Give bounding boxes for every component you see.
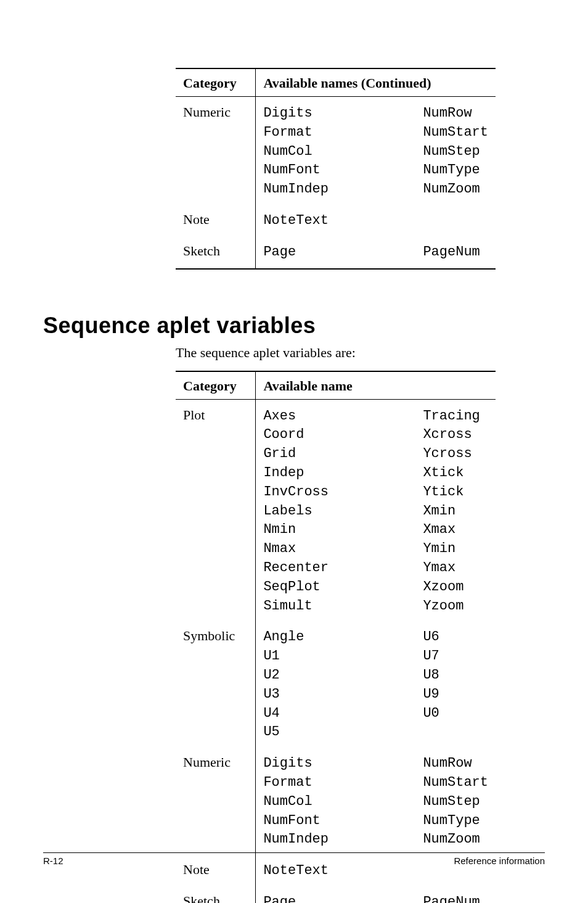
val-cell: Page [256, 236, 416, 269]
var-name: Xtick [423, 464, 488, 483]
var-name: NumType [423, 812, 488, 831]
var-name: NumStep [423, 793, 488, 812]
var-name: Format [263, 123, 408, 142]
var-name: Page [263, 243, 408, 262]
val-cell: Tracing Xcross Ycross Xtick Ytick Xmin X… [415, 399, 496, 621]
var-name: U9 [423, 685, 488, 704]
table-row: Plot Axes Coord Grid Indep InvCross Labe… [176, 399, 496, 621]
sequence-table: Category Available name Plot Axes Coord … [176, 371, 496, 903]
sequence-block: The sequence aplet variables are: Catego… [176, 345, 496, 903]
var-name: NumIndep [263, 830, 408, 849]
var-name: Ycross [423, 445, 488, 464]
var-name: Ymin [423, 540, 488, 559]
var-name: NoteText [263, 212, 408, 231]
var-name: Recenter [263, 559, 408, 578]
val-cell: Axes Coord Grid Indep InvCross Labels Nm… [256, 399, 416, 621]
th-category: Category [176, 371, 256, 400]
val-cell: NumRow NumStart NumStep NumType NumZoom [415, 747, 496, 854]
var-name: Xcross [423, 426, 488, 445]
th-names: Available names (Continued) [256, 68, 496, 97]
cat-cell: Numeric [176, 97, 256, 204]
page-footer: R-12 Reference information [43, 852, 545, 866]
val-cell: Digits Format NumCol NumFont NumIndep [256, 97, 416, 204]
var-name: SeqPlot [263, 578, 408, 597]
var-name: Ytick [423, 483, 488, 502]
val-cell [415, 204, 496, 236]
var-name: U1 [263, 647, 408, 666]
val-cell: NumRow NumStart NumStep NumType NumZoom [415, 97, 496, 204]
var-name: Xzoom [423, 578, 488, 597]
th-category: Category [176, 68, 256, 97]
var-name: Indep [263, 464, 408, 483]
var-name: Axes [263, 407, 408, 426]
var-name: U3 [263, 685, 408, 704]
continued-table: Category Available names (Continued) Num… [176, 68, 496, 270]
table-header-row: Category Available name [176, 371, 496, 400]
footer-section-title: Reference information [454, 856, 545, 866]
var-name: Xmin [423, 502, 488, 521]
cat-cell: Plot [176, 399, 256, 621]
var-name: NumFont [263, 161, 408, 180]
th-names: Available name [256, 371, 496, 400]
var-name: NumZoom [423, 180, 488, 199]
val-cell: Page [256, 886, 416, 903]
var-name: Xmax [423, 521, 488, 540]
var-name: NumZoom [423, 830, 488, 849]
table-row: Symbolic Angle U1 U2 U3 U4 U5 U6 U7 U8 U… [176, 621, 496, 747]
var-name: PageNum [423, 243, 488, 262]
continued-table-block: Category Available names (Continued) Num… [176, 68, 496, 270]
table-header-row: Category Available names (Continued) [176, 68, 496, 97]
var-name: NumRow [423, 754, 488, 773]
var-name: Digits [263, 754, 408, 773]
var-name: U6 [423, 628, 488, 647]
val-cell: Digits Format NumCol NumFont NumIndep [256, 747, 416, 854]
var-name: NumCol [263, 793, 408, 812]
var-name: Yzoom [423, 597, 488, 616]
footer-page-number: R-12 [43, 856, 63, 866]
var-name: NumCol [263, 142, 408, 162]
var-name: Tracing [423, 407, 488, 426]
table-row: Sketch Page PageNum [176, 236, 496, 269]
cat-cell: Numeric [176, 747, 256, 854]
table-row: Numeric Digits Format NumCol NumFont Num… [176, 97, 496, 204]
var-name: Digits [263, 104, 408, 123]
var-name: Coord [263, 426, 408, 445]
var-name: U5 [263, 723, 408, 742]
var-name: NumIndep [263, 180, 408, 199]
val-cell: U6 U7 U8 U9 U0 [415, 621, 496, 747]
var-name: InvCross [263, 483, 408, 502]
section-heading: Sequence aplet variables [43, 313, 545, 339]
var-name: NumStart [423, 773, 488, 793]
var-name: PageNum [423, 893, 488, 903]
var-name: U4 [263, 704, 408, 724]
var-name: NumFont [263, 812, 408, 831]
table-row: Note NoteText [176, 204, 496, 236]
var-name: Grid [263, 445, 408, 464]
var-name: U0 [423, 704, 488, 724]
cat-cell: Note [176, 204, 256, 236]
var-name: Ymax [423, 559, 488, 578]
cat-cell: Sketch [176, 236, 256, 269]
var-name: Format [263, 773, 408, 793]
var-name: Nmax [263, 540, 408, 559]
var-name: Labels [263, 502, 408, 521]
val-cell: NoteText [256, 204, 416, 236]
cat-cell: Sketch [176, 886, 256, 903]
var-name: U8 [423, 666, 488, 685]
table-row: Sketch Page PageNum [176, 886, 496, 903]
val-cell: Angle U1 U2 U3 U4 U5 [256, 621, 416, 747]
var-name: Angle [263, 628, 408, 647]
val-cell: PageNum [415, 236, 496, 269]
var-name: Simult [263, 597, 408, 616]
var-name: NumRow [423, 104, 488, 123]
var-name: Nmin [263, 521, 408, 540]
intro-text: The sequence aplet variables are: [176, 345, 496, 361]
var-name: Page [263, 893, 408, 903]
cat-cell: Symbolic [176, 621, 256, 747]
table-row: Numeric Digits Format NumCol NumFont Num… [176, 747, 496, 854]
val-cell: PageNum [415, 886, 496, 903]
var-name: NumStep [423, 142, 488, 162]
var-name: U7 [423, 647, 488, 666]
var-name: NumStart [423, 123, 488, 142]
var-name: U2 [263, 666, 408, 685]
